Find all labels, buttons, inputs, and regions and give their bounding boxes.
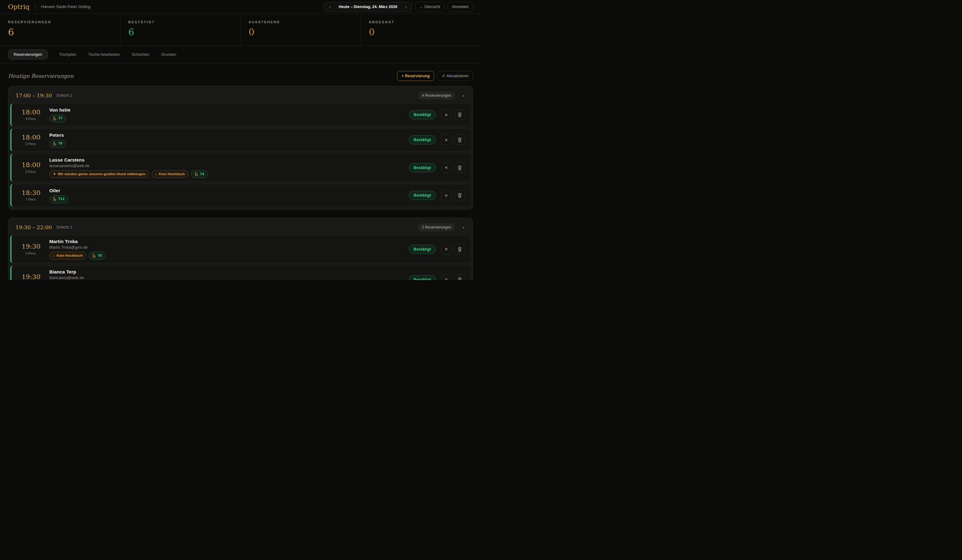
reservation-details: Martin Trnka Martin.Trnka@gmx.de ↕ Kein … bbox=[45, 239, 409, 260]
delete-reservation-button[interactable] bbox=[454, 163, 465, 173]
tab-drucken[interactable]: Drucken bbox=[161, 49, 176, 60]
delete-reservation-button[interactable] bbox=[454, 190, 465, 201]
reservation-list: 18:00 4 Pers. Von helm T7 Bestätigt × bbox=[10, 103, 471, 208]
reservation-details: Von helm T7 bbox=[45, 107, 409, 123]
reservation-row: 18:00 2 Pers. Peters T6 Bestätigt × bbox=[10, 128, 471, 151]
reservation-actions: Bestätigt × bbox=[409, 190, 465, 201]
stat-reservierungen: RESERVIERUNGEN 6 bbox=[0, 14, 120, 45]
guest-name: Peters bbox=[49, 132, 64, 138]
shift-count-badge: 2 Reservierungen bbox=[418, 223, 455, 231]
badge-list: ↕ Kein Hochtisch T6 bbox=[49, 252, 106, 260]
guest-email: lassecarstens@web.de bbox=[49, 164, 89, 168]
table-number: T6 bbox=[98, 254, 102, 258]
shift-card: 17:00 – 19:30 Schicht 1 4 Reservierungen… bbox=[8, 86, 473, 210]
stats-row: RESERVIERUNGEN 6 BESTÄTIGT 6 AUSSTEHEND … bbox=[0, 14, 481, 45]
reservation-actions: Bestätigt × bbox=[409, 110, 465, 120]
cancel-reservation-button[interactable]: × bbox=[441, 163, 452, 173]
cancel-reservation-button[interactable]: × bbox=[441, 274, 452, 280]
reservation-time-block: 18:00 2 Pers. bbox=[16, 161, 45, 173]
note-icon: ↕ bbox=[155, 173, 157, 176]
guest-name: Bianca Terp bbox=[49, 269, 76, 274]
status-badge: Bestätigt bbox=[409, 163, 436, 173]
status-badge: Bestätigt bbox=[409, 275, 436, 280]
logout-button[interactable]: Abmelden bbox=[447, 2, 473, 12]
cancel-reservation-button[interactable]: × bbox=[441, 135, 452, 145]
tab-schichten[interactable]: Schichten bbox=[131, 49, 150, 60]
table-number: T4 bbox=[200, 173, 204, 176]
status-badge: Bestätigt bbox=[409, 135, 436, 145]
stat-label: BESTÄTIGT bbox=[128, 20, 240, 24]
cancel-reservation-button[interactable]: × bbox=[441, 244, 452, 255]
stat-ausstehend: AUSSTEHEND 0 bbox=[240, 14, 361, 45]
reservation-details: Bianca Terp biancaterp@web.de T4 bbox=[45, 269, 409, 280]
table-number: T12 bbox=[58, 197, 65, 201]
table-badge: T6 bbox=[89, 252, 105, 260]
tab-tischplan[interactable]: Tischplan bbox=[59, 49, 77, 60]
reservation-details: Oiler T12 bbox=[45, 188, 409, 203]
refresh-icon: ↺ bbox=[442, 74, 445, 78]
reservation-persons: 4 Pers. bbox=[16, 117, 45, 121]
chevron-up-icon: ▲ bbox=[462, 94, 465, 97]
next-day-button[interactable]: › bbox=[402, 4, 411, 9]
reservation-row: 19:30 2 Pers. Bianca Terp biancaterp@web… bbox=[10, 265, 471, 280]
status-badge: Bestätigt bbox=[409, 110, 436, 119]
note-text: Wir würden gerne unseren großen Hund mit… bbox=[58, 173, 145, 176]
restaurant-name: Hansen Sankt Peter Ording bbox=[41, 4, 90, 9]
reservation-actions: Bestätigt × bbox=[409, 135, 465, 145]
top-bar: Optriq Hansen Sankt Peter Ording ‹ Heute… bbox=[0, 0, 481, 14]
trash-icon bbox=[457, 247, 462, 252]
reservation-actions: Bestätigt × bbox=[409, 244, 465, 255]
stat-label: RESERVIERUNGEN bbox=[8, 20, 120, 24]
delete-reservation-button[interactable] bbox=[454, 244, 465, 255]
chair-icon bbox=[53, 116, 56, 121]
reservation-time: 19:30 bbox=[16, 273, 45, 280]
shift-count-badge: 4 Reservierungen bbox=[418, 92, 455, 100]
table-number: T7 bbox=[58, 116, 62, 120]
delete-reservation-button[interactable] bbox=[454, 110, 465, 120]
trash-icon bbox=[457, 193, 462, 198]
note-badge: ✦ Wir würden gerne unseren großen Hund m… bbox=[49, 170, 149, 178]
app-logo: Optriq bbox=[8, 3, 29, 11]
refresh-button[interactable]: ↺Aktualisieren bbox=[437, 71, 473, 81]
cancel-reservation-button[interactable]: × bbox=[441, 190, 452, 201]
shift-card: 19:30 – 22:00 Schicht 2 2 Reservierungen… bbox=[8, 218, 473, 280]
reservation-list: 19:30 2 Pers. Martin Trnka Martin.Trnka@… bbox=[10, 235, 471, 280]
stat-abgesagt: ABGESAGT 0 bbox=[361, 14, 481, 45]
note-icon: ↕ bbox=[53, 254, 55, 257]
shift-header: 17:00 – 19:30 Schicht 1 4 Reservierungen… bbox=[10, 88, 471, 103]
reservation-time-block: 18:30 7 Pers. bbox=[16, 189, 45, 201]
guest-name: Martin Trnka bbox=[49, 239, 78, 244]
badge-list: T7 bbox=[49, 115, 66, 123]
prev-day-button[interactable]: ‹ bbox=[325, 4, 334, 9]
collapse-shift-button[interactable]: ▲ bbox=[460, 93, 467, 98]
trash-icon bbox=[457, 112, 462, 117]
tab-reservierungen[interactable]: Reservierungen bbox=[8, 49, 48, 60]
status-badge: Bestätigt bbox=[409, 245, 436, 254]
table-badge: T4 bbox=[191, 170, 208, 178]
chair-icon bbox=[53, 197, 56, 201]
overview-button[interactable]: ← Übersicht bbox=[415, 2, 444, 12]
reservation-time: 19:30 bbox=[16, 243, 45, 250]
add-reservation-button[interactable]: + Reservierung bbox=[397, 71, 434, 81]
cancel-reservation-button[interactable]: × bbox=[441, 110, 452, 120]
reservation-time: 18:00 bbox=[16, 109, 45, 116]
note-badge: ↕ Kein Hochtisch bbox=[49, 252, 86, 260]
note-icon: ✦ bbox=[53, 173, 56, 176]
guest-email: Martin.Trnka@gmx.de bbox=[49, 245, 87, 250]
status-badge: Bestätigt bbox=[409, 191, 436, 200]
reservation-details: Peters T6 bbox=[45, 132, 409, 148]
tab-tische-bearbeiten[interactable]: Tische bearbeiten bbox=[88, 49, 120, 60]
delete-reservation-button[interactable] bbox=[454, 274, 465, 280]
collapse-shift-button[interactable]: ▲ bbox=[460, 224, 467, 230]
delete-reservation-button[interactable] bbox=[454, 135, 465, 145]
chevron-up-icon: ▲ bbox=[462, 226, 465, 229]
badge-list: T12 bbox=[49, 195, 68, 203]
note-text: Kein Hochtisch bbox=[159, 173, 185, 176]
reservation-persons: 2 Pers. bbox=[16, 170, 45, 174]
section-header: Heutige Reservierungen + Reservierung ↺A… bbox=[0, 64, 481, 86]
note-badge: ↕ Kein Hochtisch bbox=[152, 170, 189, 178]
reservation-actions: Bestätigt × bbox=[409, 163, 465, 173]
reservation-time: 18:30 bbox=[16, 189, 45, 197]
section-actions: + Reservierung ↺Aktualisieren bbox=[397, 71, 473, 81]
page-title: Heutige Reservierungen bbox=[8, 73, 74, 79]
